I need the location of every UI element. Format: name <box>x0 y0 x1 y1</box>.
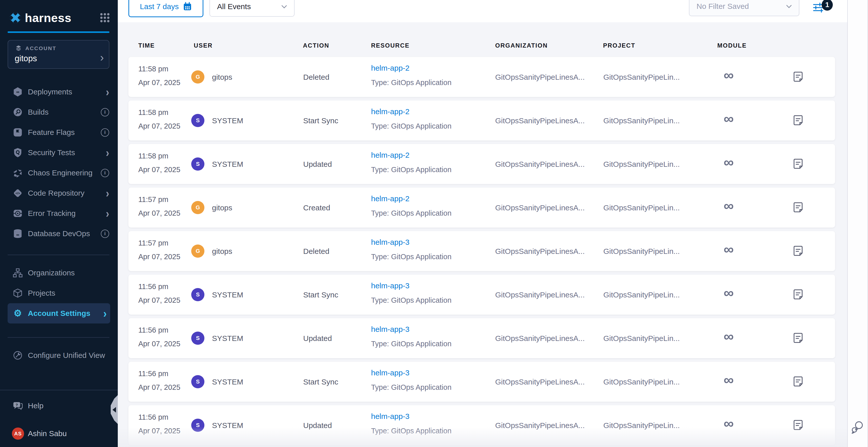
svg-text:∞: ∞ <box>16 232 19 237</box>
sidebar-item-security-tests[interactable]: Security Tests› <box>0 142 118 163</box>
date-range-button[interactable]: Last 7 days <box>128 0 204 17</box>
event-action: Deleted <box>303 73 329 82</box>
audit-table-row: 11:56 pm Apr 07, 2025 S SYSTEM Updated h… <box>128 405 835 445</box>
event-action: Start Sync <box>303 291 338 299</box>
resource-link[interactable]: helm-app-2 <box>371 151 409 159</box>
sidebar-item-label: Organizations <box>28 268 75 277</box>
sidebar-divider <box>8 337 110 338</box>
organization-name: GitOpsSanityPipeLinesA... <box>495 117 585 125</box>
scrollbar-gutter[interactable] <box>847 0 868 447</box>
sidebar-item-error-tracking[interactable]: Error Tracking› <box>0 203 118 224</box>
sidebar-item-code-repository[interactable]: </>Code Repository› <box>0 183 118 203</box>
projects-icon <box>12 288 24 298</box>
sidebar-divider <box>0 390 118 390</box>
resource-type: Type: GitOps Application <box>371 122 452 130</box>
resource-link[interactable]: helm-app-2 <box>371 107 409 116</box>
column-header-project: PROJECT <box>603 42 635 49</box>
sidebar-item-builds[interactable]: Buildsi <box>0 102 118 122</box>
project-name: GitOpsSanityPipeLin... <box>603 160 680 168</box>
audit-table-row: 11:56 pm Apr 07, 2025 S SYSTEM Start Syn… <box>128 275 835 315</box>
sidebar-item-database-devops[interactable]: ∞Database DevOpsi <box>0 224 118 244</box>
sidebar-item-feature-flags[interactable]: Feature Flagsi <box>0 122 118 142</box>
app-root: harness ACCOUNT gitops › ∞Deployments›Bu… <box>0 0 868 447</box>
chevron-right-icon: › <box>100 54 104 61</box>
event-note-button[interactable] <box>793 158 803 169</box>
project-name: GitOpsSanityPipeLin... <box>603 247 680 256</box>
user-avatar: S <box>191 375 205 388</box>
event-note-button[interactable] <box>793 71 803 83</box>
organization-name: GitOpsSanityPipeLinesA... <box>495 247 585 256</box>
organizations-icon <box>12 267 24 278</box>
event-note-button[interactable] <box>793 245 803 257</box>
sidebar-item-configure-unified-view[interactable]: Configure Unified View <box>0 345 118 365</box>
sidebar-item-chaos-engineering[interactable]: Chaos Engineeringi <box>0 163 118 183</box>
layers-icon <box>15 44 22 52</box>
saved-filter-select[interactable]: No Filter Saved <box>689 0 799 16</box>
column-header-action: ACTION <box>303 42 329 49</box>
resource-link[interactable]: helm-app-2 <box>371 64 409 72</box>
project-name: GitOpsSanityPipeLin... <box>603 378 680 386</box>
resource-link[interactable]: helm-app-3 <box>371 325 409 333</box>
info-icon: i <box>101 169 109 177</box>
chevron-right-icon: › <box>103 308 106 318</box>
user-avatar: S <box>191 419 205 432</box>
project-name: GitOpsSanityPipeLin... <box>603 334 680 343</box>
event-date: Apr 07, 2025 <box>138 340 180 348</box>
audit-table-row: 11:57 pm Apr 07, 2025 G gitops Created h… <box>128 188 835 228</box>
sidebar-item-account-settings[interactable]: ⚙Account Settings› <box>8 303 110 323</box>
resource-link[interactable]: helm-app-3 <box>371 369 409 377</box>
cd-module-icon: ∞ <box>724 373 734 387</box>
events-filter-select[interactable]: All Events <box>210 0 294 17</box>
grid-9-icon[interactable] <box>99 12 111 24</box>
user-profile-item[interactable]: AS Ashin Sabu <box>0 425 118 442</box>
audit-table-row: 11:58 pm Apr 07, 2025 S SYSTEM Updated h… <box>128 144 835 184</box>
event-note-button[interactable] <box>793 419 803 431</box>
event-note-button[interactable] <box>793 332 803 344</box>
event-time: 11:56 pm <box>138 283 168 291</box>
sidebar-item-projects[interactable]: Projects <box>0 283 118 303</box>
resource-link[interactable]: helm-app-3 <box>371 282 409 290</box>
cd-module-icon: ∞ <box>724 111 734 126</box>
event-note-button[interactable] <box>793 201 803 213</box>
column-header-resource: RESOURCE <box>371 42 409 49</box>
chevron-right-icon: › <box>106 87 109 97</box>
organization-name: GitOpsSanityPipeLinesA... <box>495 421 585 430</box>
account-selector[interactable]: ACCOUNT gitops › <box>8 40 110 69</box>
resource-type: Type: GitOps Application <box>371 165 452 174</box>
sidebar-item-label: Configure Unified View <box>28 351 105 360</box>
resource-link[interactable]: helm-app-3 <box>371 412 409 421</box>
resource-link[interactable]: helm-app-3 <box>371 238 409 247</box>
filter-count-badge: 1 <box>822 0 833 11</box>
event-date: Apr 07, 2025 <box>138 209 180 217</box>
cd-module-icon: ∞ <box>724 155 734 169</box>
sidebar-item-label: Chaos Engineering <box>28 168 92 177</box>
sidebar-item-organizations[interactable]: Organizations <box>0 263 118 283</box>
sidebar: harness ACCOUNT gitops › ∞Deployments›Bu… <box>0 0 118 447</box>
error-tracking-icon <box>12 208 24 219</box>
organization-name: GitOpsSanityPipeLinesA... <box>495 73 585 82</box>
event-note-button[interactable] <box>793 115 803 126</box>
resource-type: Type: GitOps Application <box>371 383 452 391</box>
event-time: 11:57 pm <box>138 195 168 204</box>
resource-link[interactable]: helm-app-2 <box>371 194 409 203</box>
user-name: gitops <box>212 203 232 212</box>
sidebar-item-label: Code Repository <box>28 189 84 197</box>
column-header-organization: ORGANIZATION <box>495 42 548 49</box>
event-note-button[interactable] <box>793 376 803 387</box>
user-name: gitops <box>212 247 232 256</box>
audit-table-row: 11:57 pm Apr 07, 2025 G gitops Deleted h… <box>128 231 835 271</box>
event-action: Deleted <box>303 247 329 256</box>
calendar-icon <box>183 2 192 11</box>
audit-toolbar: Last 7 days All Events No Filter Saved 1 <box>118 0 847 22</box>
organization-name: GitOpsSanityPipeLinesA... <box>495 378 585 386</box>
account-label: ACCOUNT <box>25 45 57 52</box>
sidebar-item-help[interactable]: ? Help <box>0 397 118 414</box>
builds-icon <box>12 107 24 118</box>
sidebar-item-deployments[interactable]: ∞Deployments› <box>0 82 118 102</box>
chat-bubbles-icon[interactable] <box>851 420 864 434</box>
event-time: 11:58 pm <box>138 152 168 160</box>
event-note-button[interactable] <box>793 289 803 300</box>
audit-table-row: 11:56 pm Apr 07, 2025 S SYSTEM Updated h… <box>128 318 835 358</box>
user-name: SYSTEM <box>212 291 243 299</box>
project-name: GitOpsSanityPipeLin... <box>603 291 680 299</box>
